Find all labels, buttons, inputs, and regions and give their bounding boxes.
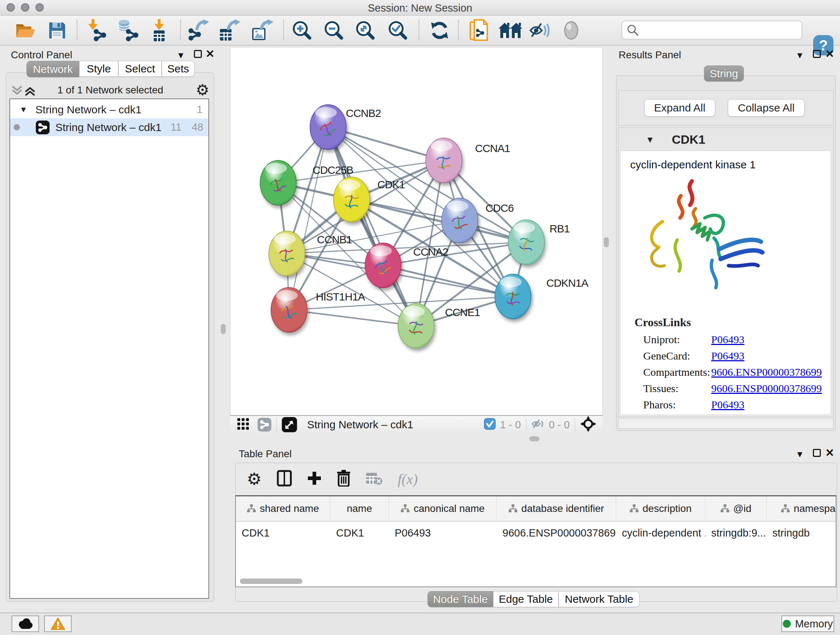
results-panel-close-icon[interactable]: ✕ (825, 49, 834, 59)
tab-edge-table[interactable]: Edge Table (493, 591, 559, 607)
table-panel-float-icon[interactable] (813, 449, 821, 457)
node-CDKN1A[interactable] (495, 274, 531, 319)
zoom-selected-icon[interactable] (386, 19, 410, 42)
delete-column-trash-icon[interactable] (337, 470, 351, 488)
node-CCNB1[interactable] (269, 231, 305, 276)
titlebar: Session: New Session (0, 0, 840, 16)
search-input[interactable] (639, 24, 802, 36)
warning-button[interactable] (44, 616, 72, 632)
fit-selected-crosshair-icon[interactable] (580, 416, 596, 433)
import-table-file-icon[interactable] (148, 19, 172, 42)
network-row-label: String Network – cdk1 (55, 121, 161, 134)
crosslink-value[interactable]: P06493 (711, 399, 745, 411)
zoom-out-icon[interactable] (322, 19, 346, 42)
network-graph[interactable]: CCNB2CCNA1CDC25BCDK1CDC6RB1CCNB1CCNA2CDK… (230, 47, 603, 415)
collapse-all-networks-icon[interactable] (11, 85, 22, 97)
tab-node-table[interactable]: Node Table (428, 591, 493, 607)
birdseye-toggle-icon[interactable] (559, 19, 583, 42)
tab-network-table[interactable]: Network Table (559, 591, 639, 607)
crosslink-value[interactable]: 9606.ENSP00000378699 (711, 382, 822, 394)
results-panel-menu-icon[interactable]: ▼ (796, 51, 804, 60)
crosslink-value[interactable]: P06493 (711, 350, 745, 362)
collapse-all-button[interactable]: Collapse All (728, 99, 805, 117)
control-panel-menu-icon[interactable]: ▼ (177, 51, 185, 60)
zoom-in-icon[interactable] (290, 19, 314, 42)
results-panel-float-icon[interactable] (813, 50, 821, 58)
control-panel-float-icon[interactable] (194, 50, 202, 58)
zoom-fit-icon[interactable] (354, 19, 377, 42)
table-options-gear-icon[interactable]: ⚙ (247, 469, 262, 489)
add-column-icon[interactable] (307, 471, 322, 487)
cell[interactable]: stringdb (767, 522, 836, 544)
cell[interactable]: CDK1 (330, 522, 389, 544)
node-CDC25B[interactable] (260, 160, 296, 205)
collection-expand-icon[interactable]: ▼ (19, 105, 27, 114)
node-RB1[interactable] (508, 220, 545, 264)
export-table-icon[interactable] (218, 19, 242, 42)
cell[interactable]: 9606.ENSP00000378699 (497, 522, 616, 544)
cloud-button[interactable] (11, 616, 39, 632)
window-title: Session: New Session (0, 2, 840, 14)
left-splitter-handle[interactable] (221, 324, 226, 334)
open-session-icon[interactable] (13, 19, 37, 42)
tab-sets[interactable]: Sets (162, 61, 195, 77)
right-splitter-handle[interactable] (604, 237, 609, 247)
node-CCNA2[interactable] (365, 243, 401, 288)
node-HIST1H1A[interactable] (271, 287, 307, 333)
cell[interactable]: P06493 (389, 522, 497, 544)
table-hscrollbar-thumb[interactable] (240, 578, 302, 584)
network-panel-options-gear-icon[interactable]: ⚙ (196, 81, 210, 99)
expand-all-networks-icon[interactable] (25, 85, 35, 97)
node-CCNB2[interactable] (310, 105, 346, 149)
node-CCNA1[interactable] (426, 138, 462, 183)
column-header-namespace[interactable]: namespace (767, 496, 836, 521)
import-network-file-icon[interactable] (86, 19, 110, 42)
column-header--id[interactable]: @id (706, 496, 767, 521)
bottom-splitter-handle[interactable] (529, 436, 539, 441)
control-panel-close-icon[interactable]: ✕ (205, 49, 215, 59)
network-row-selected[interactable]: String Network – cdk1 11 48 (10, 119, 208, 136)
save-session-icon[interactable] (45, 19, 69, 42)
show-hide-graphics-icon[interactable] (528, 19, 552, 42)
gene-collapse-icon[interactable]: ▼ (646, 135, 654, 145)
table-panel-close-icon[interactable]: ✕ (825, 448, 834, 458)
edge-CCNB2-HIST1H1A[interactable] (289, 127, 328, 310)
tab-style[interactable]: Style (79, 61, 118, 77)
table-row[interactable]: CDK1CDK1P064939606.ENSP00000378699cyclin… (236, 522, 836, 544)
tab-string[interactable]: String (704, 65, 744, 81)
column-header-database-identifier[interactable]: database identifier (497, 496, 616, 521)
node-CDC6[interactable] (442, 198, 478, 243)
cell[interactable]: stringdb:9... (706, 522, 767, 544)
network-collection-row[interactable]: ▼ String Network – cdk1 1 (10, 101, 208, 119)
table-panel-menu-icon[interactable]: ▼ (796, 450, 804, 459)
search-box[interactable] (622, 21, 802, 40)
refresh-view-icon[interactable] (428, 19, 452, 42)
crosslink-row: Uniprot:P06493 (643, 331, 828, 348)
export-network-icon[interactable] (187, 19, 210, 42)
cell[interactable]: cyclin-dependent ... (616, 522, 706, 544)
results-scroll-strip[interactable] (618, 418, 834, 429)
string-home-icon[interactable] (499, 19, 523, 42)
share-document-icon[interactable] (467, 19, 491, 42)
selected-checkbox-icon[interactable] (484, 418, 496, 431)
column-header-name[interactable]: name (330, 496, 389, 521)
import-network-database-icon[interactable] (116, 19, 140, 42)
export-image-icon[interactable] (251, 19, 275, 42)
birdseye-view-icon[interactable] (282, 417, 297, 432)
node-CDK1[interactable] (333, 177, 370, 222)
edge-HIST1H1A-CCNE1[interactable] (289, 310, 416, 326)
memory-button[interactable]: Memory (782, 616, 834, 632)
column-header-canonical-name[interactable]: canonical name (389, 496, 497, 521)
show-columns-icon[interactable] (277, 470, 292, 488)
expand-all-button[interactable]: Expand All (644, 99, 715, 117)
tab-network[interactable]: Network (27, 61, 79, 77)
column-header-description[interactable]: description (616, 496, 706, 521)
node-CCNE1[interactable] (398, 303, 434, 348)
grid-view-icon[interactable] (237, 418, 249, 431)
crosslink-value[interactable]: 9606.ENSP00000378699 (711, 366, 822, 378)
tab-select[interactable]: Select (118, 61, 162, 77)
column-header-shared-name[interactable]: shared name (236, 496, 330, 521)
cell[interactable]: CDK1 (236, 522, 330, 544)
network-view-share-icon[interactable] (257, 418, 271, 432)
crosslink-value[interactable]: P06493 (711, 333, 745, 346)
